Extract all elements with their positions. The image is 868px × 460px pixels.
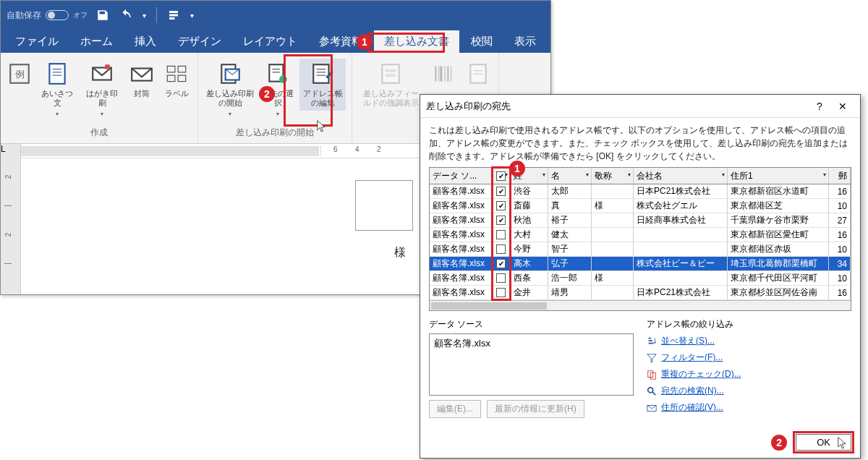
ruler-mark-2: 2 <box>377 145 381 153</box>
touch-mode-icon[interactable] <box>167 9 180 22</box>
col-datasource[interactable]: データ ソ... <box>430 168 492 184</box>
cell-address: 東京都千代田区平河町 <box>728 271 829 285</box>
cell-datasource: 顧客名簿.xlsx <box>430 213 492 227</box>
sort-icon <box>647 336 657 346</box>
cell-checkbox[interactable]: ✔ <box>492 213 511 227</box>
table-row[interactable]: 顧客名簿.xlsx✔秋池裕子日経商事株式会社千葉県鎌ケ谷市栗野27 <box>430 213 851 228</box>
cell-datasource: 顧客名簿.xlsx <box>430 286 492 299</box>
cell-checkbox[interactable] <box>492 286 511 299</box>
table-row[interactable]: 顧客名簿.xlsx✔渋谷太郎日本PC21株式会社東京都新宿区水道町16 <box>430 184 851 199</box>
toggle-off-icon <box>46 10 69 20</box>
ribbon-group-start: 差し込み印刷の開始 ▾ 宛先の選択 ▾ アドレス帳の編集 差し込み印刷の開始 <box>198 53 352 143</box>
table-row[interactable]: 顧客名簿.xlsx大村健太東京都新宿区愛住町16 <box>430 228 851 242</box>
btn-example[interactable]: 例 <box>7 59 33 89</box>
undo-icon[interactable] <box>119 9 132 22</box>
btn-highlight-label: 差し込みフィールドの強調表示 <box>359 89 422 108</box>
table-row[interactable]: 顧客名簿.xlsx西条浩一郎様東京都千代田区平河町10 <box>430 271 851 286</box>
dialog-lower: データ ソース 顧客名簿.xlsx 編集(E)... 最新の情報に更新(H) ア… <box>420 311 860 422</box>
duplicates-icon <box>647 370 657 380</box>
link-validate-address[interactable]: 住所の確認(V)... <box>647 401 851 414</box>
cell-company: 日経商事株式会社 <box>634 213 728 227</box>
cell-company <box>634 242 728 256</box>
cell-checkbox[interactable]: ✔ <box>492 257 511 271</box>
cell-checkbox[interactable] <box>492 228 511 242</box>
table-row[interactable]: 顧客名簿.xlsx金井靖男日本PC21株式会社東京都杉並区阿佐谷南16 <box>430 286 851 300</box>
cursor-icon <box>317 120 327 133</box>
autosave-toggle-group[interactable]: 自動保存 オフ <box>7 9 88 22</box>
col-postal[interactable]: 郵 <box>829 168 851 184</box>
callout-2b: 2 <box>771 435 787 451</box>
table-row[interactable]: 顧客名簿.xlsx✔高木弘子株式会社ビー＆ビー埼玉県北葛飾郡栗橋町34 <box>430 257 851 271</box>
btn-hagaki[interactable]: はがき印刷 ▾ <box>82 59 122 121</box>
mail-merge-recipients-dialog: 差し込み印刷の宛先 ? ✕ これは差し込み印刷で使用されるアドレス帳です。以下の… <box>420 94 861 459</box>
cell-address: 東京都杉並区阿佐谷南 <box>728 286 829 299</box>
cell-datasource: 顧客名簿.xlsx <box>430 242 492 256</box>
table-row[interactable]: 顧客名簿.xlsx今野智子東京都港区赤坂10 <box>430 242 851 257</box>
cell-honorific <box>592 228 634 242</box>
cell-checkbox[interactable]: ✔ <box>492 184 511 198</box>
btn-futou[interactable]: 封筒 <box>127 59 157 101</box>
grid-hscrollbar[interactable] <box>430 300 851 310</box>
svg-rect-7 <box>105 64 109 69</box>
cell-company <box>634 228 728 242</box>
doc-text-sama: 様 <box>394 245 406 260</box>
btn-edit-recipients[interactable]: アドレス帳の編集 <box>299 59 346 111</box>
ruler-corner: L <box>1 144 21 158</box>
save-icon[interactable] <box>96 9 109 22</box>
datasource-list[interactable]: 顧客名簿.xlsx <box>429 333 634 396</box>
recipients-grid[interactable]: データ ソ... ✔▾ 姓▾ 名▾ 敬称▾ 会社名▾ 住所1▾ 郵 顧客名簿.x… <box>429 167 851 311</box>
checkbox-icon <box>496 273 506 283</box>
mailmerge-start-icon <box>218 61 242 86</box>
autosave-state: オフ <box>73 10 88 20</box>
cell-company <box>634 271 728 285</box>
cell-honorific: 様 <box>592 199 634 213</box>
col-honorific[interactable]: 敬称▾ <box>592 168 634 184</box>
example-icon: 例 <box>7 61 32 86</box>
svg-rect-9 <box>167 66 175 72</box>
link-find[interactable]: 宛先の検索(N)... <box>647 385 851 397</box>
cell-firstname: 弘子 <box>548 257 592 271</box>
cell-checkbox[interactable]: ✔ <box>492 199 511 213</box>
help-button[interactable]: ? <box>808 101 831 112</box>
cell-firstname: 智子 <box>548 242 592 256</box>
svg-rect-24 <box>386 69 396 72</box>
scrollbar-thumb[interactable] <box>431 302 547 310</box>
checkbox-icon: ✔ <box>496 216 506 225</box>
grid-body: 顧客名簿.xlsx✔渋谷太郎日本PC21株式会社東京都新宿区水道町16顧客名簿.… <box>430 184 851 300</box>
tab-design[interactable]: デザイン <box>168 30 231 53</box>
cell-datasource: 顧客名簿.xlsx <box>430 228 492 242</box>
table-row[interactable]: 顧客名簿.xlsx✔斎藤真様株式会社グエル東京都港区芝10 <box>430 199 851 213</box>
close-button[interactable]: ✕ <box>831 101 854 112</box>
cell-lastname: 秋池 <box>511 213 548 227</box>
cell-address: 埼玉県北葛飾郡栗橋町 <box>728 257 829 271</box>
link-sort[interactable]: 並べ替え(S)... <box>647 335 851 347</box>
tab-mailings[interactable]: 差し込み文書 <box>374 30 459 53</box>
link-duplicates[interactable]: 重複のチェック(D)... <box>647 368 851 380</box>
tab-layout[interactable]: レイアウト <box>233 30 307 53</box>
tab-view[interactable]: 表示 <box>504 30 546 53</box>
col-checkbox[interactable]: ✔▾ <box>492 168 511 184</box>
col-address[interactable]: 住所1▾ <box>728 168 829 184</box>
checkbox-icon <box>496 230 506 239</box>
tab-insert[interactable]: 挿入 <box>124 30 166 53</box>
cell-address: 東京都港区赤坂 <box>728 242 829 256</box>
svg-point-18 <box>279 75 287 83</box>
tab-review[interactable]: 校閲 <box>461 30 503 53</box>
cell-checkbox[interactable] <box>492 271 511 285</box>
tab-home[interactable]: ホーム <box>70 30 123 53</box>
datasource-item[interactable]: 顧客名簿.xlsx <box>434 337 629 350</box>
ruler-mark-6: 6 <box>333 145 338 153</box>
col-company[interactable]: 会社名▾ <box>634 168 728 184</box>
cell-checkbox[interactable] <box>492 242 511 256</box>
svg-rect-10 <box>178 66 186 72</box>
col-firstname[interactable]: 名▾ <box>548 168 592 184</box>
envelope-icon <box>129 61 154 86</box>
btn-hagaki-label: はがき印刷 <box>83 89 121 108</box>
btn-label[interactable]: ラベル <box>161 59 192 101</box>
titlebar: 自動保存 オフ ▾ ▾ <box>1 1 550 30</box>
btn-aisatsu[interactable]: あいさつ文 ▾ <box>37 59 77 121</box>
btn-start-mailmerge[interactable]: 差し込み印刷の開始 ▾ <box>204 59 256 121</box>
tab-file[interactable]: ファイル <box>5 30 69 53</box>
link-filter[interactable]: フィルター(F)... <box>647 352 851 364</box>
dialog-footer: 2 OK <box>420 428 860 458</box>
